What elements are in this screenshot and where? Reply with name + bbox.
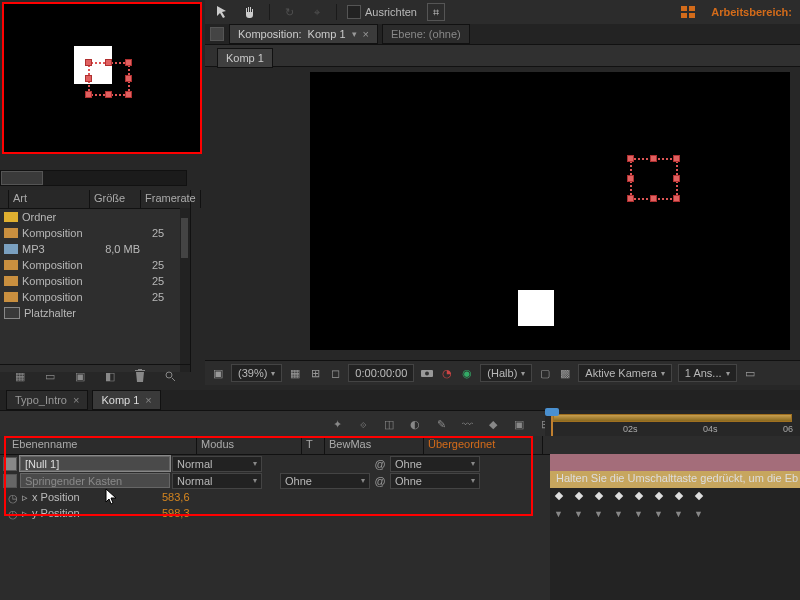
keyframe-icon[interactable]: [655, 492, 663, 500]
resolution-dropdown[interactable]: (Halb)▾: [480, 364, 532, 382]
mode-dropdown[interactable]: Normal▾: [172, 473, 262, 489]
timeline-tracks[interactable]: Halten Sie die Umschalttaste gedrückt, u…: [550, 454, 800, 600]
composition-viewer[interactable]: [310, 72, 790, 350]
region-icon[interactable]: ▢: [538, 366, 552, 380]
layer-name-field[interactable]: [Null 1]: [20, 456, 170, 471]
col-parent[interactable]: Übergeordnet: [424, 436, 543, 454]
close-icon[interactable]: ×: [73, 394, 79, 406]
property-value[interactable]: 598,3: [162, 507, 190, 519]
selection-tool-icon[interactable]: [213, 3, 231, 21]
color-swatch[interactable]: [3, 474, 17, 488]
keyframe-nav-icon[interactable]: ▹: [22, 507, 28, 520]
project-row[interactable]: Platzhalter: [0, 305, 190, 321]
keyframe-icon[interactable]: [615, 492, 623, 500]
handle-icon[interactable]: [105, 59, 112, 66]
new-folder-icon[interactable]: ▭: [43, 369, 57, 383]
handle-icon[interactable]: [125, 75, 132, 82]
graph-editor-icon[interactable]: 〰: [460, 417, 474, 431]
keyframe-icon[interactable]: [675, 492, 683, 500]
transparency-icon[interactable]: ▩: [558, 366, 572, 380]
col-framerate[interactable]: Framerate: [141, 190, 201, 208]
color-depth-icon[interactable]: ◧: [103, 369, 117, 383]
hand-tool-icon[interactable]: [241, 3, 259, 21]
preview-canvas[interactable]: [12, 22, 192, 138]
project-row[interactable]: Komposition25: [0, 289, 190, 305]
views-dropdown[interactable]: 1 Ans...▾: [678, 364, 737, 382]
handle-icon[interactable]: [85, 91, 92, 98]
playhead-handle[interactable]: [545, 408, 559, 416]
layer-name-field[interactable]: Springender Kasten: [20, 473, 170, 488]
project-row[interactable]: Komposition25: [0, 273, 190, 289]
3d-icon[interactable]: ⟐: [356, 417, 370, 431]
pickwhip-icon[interactable]: @: [372, 458, 388, 470]
handle-icon[interactable]: [85, 59, 92, 66]
handle-icon[interactable]: [627, 195, 634, 202]
snapping-toggle[interactable]: ⌗: [427, 3, 445, 21]
draft3d-icon[interactable]: ▣: [512, 417, 526, 431]
col-size[interactable]: Größe: [90, 190, 141, 208]
keyframe-icon[interactable]: [695, 492, 703, 500]
current-time[interactable]: 0:00:00:00: [348, 364, 414, 382]
always-preview-icon[interactable]: ▣: [211, 366, 225, 380]
project-row[interactable]: Komposition25: [0, 257, 190, 273]
close-icon[interactable]: ×: [145, 394, 151, 406]
handle-icon[interactable]: [673, 175, 680, 182]
col-trackmatte[interactable]: BewMas: [325, 436, 424, 454]
layer-bar-null[interactable]: [550, 454, 800, 471]
work-area[interactable]: [553, 414, 792, 422]
shy-icon[interactable]: ✦: [330, 417, 344, 431]
color-swatch[interactable]: [3, 457, 17, 471]
handle-icon[interactable]: [125, 91, 132, 98]
new-comp-icon[interactable]: ▣: [73, 369, 87, 383]
handle-icon[interactable]: [627, 175, 634, 182]
guides-icon[interactable]: ⊞: [308, 366, 322, 380]
close-icon[interactable]: ×: [363, 28, 369, 40]
camera-dropdown[interactable]: Aktive Kamera▾: [578, 364, 672, 382]
col-t[interactable]: T: [302, 436, 325, 454]
tab-layer-none[interactable]: Ebene: (ohne): [382, 24, 470, 44]
parent-dropdown[interactable]: Ohne▾: [390, 473, 480, 489]
handle-icon[interactable]: [673, 155, 680, 162]
auto-keyframe-icon[interactable]: ◆: [486, 417, 500, 431]
vertical-scrollbar[interactable]: [180, 208, 190, 372]
frame-blend-icon[interactable]: ◫: [382, 417, 396, 431]
layer-bar-kasten[interactable]: Halten Sie die Umschalttaste gedrückt, u…: [550, 471, 800, 488]
keyframe-nav-icon[interactable]: ▹: [22, 491, 28, 504]
keyframe-icon[interactable]: [555, 492, 563, 500]
keyframe-icon[interactable]: [575, 492, 583, 500]
mode-dropdown[interactable]: Normal▾: [172, 456, 262, 472]
timeline-tab-komp1[interactable]: Komp 1×: [92, 390, 160, 410]
col-mode[interactable]: Modus: [197, 436, 302, 454]
handle-icon[interactable]: [673, 195, 680, 202]
keyframe-icon[interactable]: [635, 492, 643, 500]
timeline-tab-typo[interactable]: Typo_Intro×: [6, 390, 88, 410]
channel-icon[interactable]: ◔: [440, 366, 454, 380]
pixel-aspect-icon[interactable]: ▭: [743, 366, 757, 380]
project-scrollbar[interactable]: [0, 170, 187, 186]
handle-icon[interactable]: [125, 59, 132, 66]
handle-icon[interactable]: [105, 91, 112, 98]
zoom-dropdown[interactable]: (39%)▾: [231, 364, 282, 382]
search-icon[interactable]: [163, 369, 177, 383]
align-checkbox[interactable]: Ausrichten: [347, 5, 417, 19]
camera-tool-icon[interactable]: ⌖: [308, 3, 326, 21]
project-row[interactable]: Komposition25: [0, 225, 190, 241]
color-icon[interactable]: ◉: [460, 366, 474, 380]
handle-icon[interactable]: [627, 155, 634, 162]
stopwatch-icon[interactable]: ◷: [8, 508, 18, 518]
time-ruler[interactable]: 02s 04s 06: [545, 410, 800, 436]
project-row[interactable]: Ordner: [0, 209, 190, 225]
rotate-tool-icon[interactable]: ↻: [280, 3, 298, 21]
grid-icon[interactable]: ▦: [288, 366, 302, 380]
property-value[interactable]: 583,6: [162, 491, 190, 503]
handle-icon[interactable]: [85, 75, 92, 82]
chevron-down-icon[interactable]: ▾: [352, 29, 357, 39]
pickwhip-icon[interactable]: @: [372, 475, 388, 487]
mask-icon[interactable]: ◻: [328, 366, 342, 380]
lock-icon[interactable]: [210, 27, 224, 41]
snapshot-icon[interactable]: [420, 366, 434, 380]
handle-icon[interactable]: [650, 195, 657, 202]
project-row[interactable]: MP38,0 MB: [0, 241, 190, 257]
interpret-footage-icon[interactable]: ▦: [13, 369, 27, 383]
stopwatch-icon[interactable]: ◷: [8, 492, 18, 502]
